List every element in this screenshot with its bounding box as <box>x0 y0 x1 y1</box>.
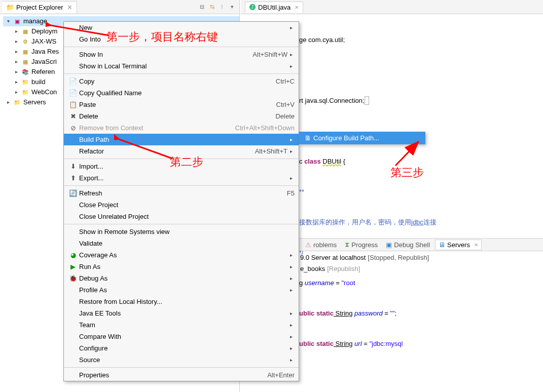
servers-icon: 🖥 <box>439 241 445 249</box>
coverage-icon: ◕ <box>67 251 79 259</box>
shell-icon: ▣ <box>386 241 392 249</box>
java-file-icon: 🅙 <box>249 4 256 11</box>
menu-jee-tools[interactable]: Java EE Tools▸ <box>64 307 299 319</box>
tab-problems[interactable]: ⚠roblems <box>302 240 340 250</box>
expand-icon[interactable]: ▾ <box>5 16 11 26</box>
servers-view: 9.0 Server at localhost [Stopped, Republ… <box>299 252 543 275</box>
context-menu: New▸ Go Into Show InAlt+Shift+W▸ Show in… <box>63 21 299 381</box>
menu-copy[interactable]: 📄CopyCtrl+C <box>64 75 299 87</box>
server-row[interactable]: 9.0 Server at localhost [Stopped, Republ… <box>300 252 543 263</box>
remove-icon: ⊘ <box>67 124 79 132</box>
menu-configure-build-path[interactable]: 🗎 Configure Build Path... <box>299 132 425 144</box>
chevron-right-icon: ▸ <box>287 310 295 316</box>
expand-icon[interactable]: ▸ <box>13 57 19 67</box>
chevron-right-icon: ▸ <box>287 287 295 293</box>
expand-icon[interactable]: ▸ <box>13 26 19 36</box>
chevron-right-icon: ▸ <box>287 322 295 328</box>
chevron-right-icon: ▸ <box>287 137 295 142</box>
js-icon: ▦ <box>21 58 29 66</box>
menu-refactor[interactable]: RefactorAlt+Shift+T▸ <box>64 145 299 157</box>
menu-import[interactable]: ⬇Import... <box>64 161 299 172</box>
close-icon[interactable]: ✕ <box>295 5 299 10</box>
link-icon[interactable]: ⇆ <box>208 3 216 11</box>
project-label: manage_ <box>23 16 51 26</box>
menu-close-project[interactable]: Close Project <box>64 199 299 211</box>
tab-servers[interactable]: 🖥Servers✕ <box>435 240 482 250</box>
menu-refresh[interactable]: 🔄RefreshF5 <box>64 187 299 199</box>
menu-new[interactable]: New▸ <box>64 22 299 33</box>
chevron-right-icon: ▸ <box>287 252 295 258</box>
expand-icon[interactable]: ▸ <box>13 47 19 57</box>
paste-icon: 📋 <box>67 101 79 108</box>
expand-icon[interactable]: ▸ <box>13 77 19 87</box>
menu-export[interactable]: ⬆Export...▸ <box>64 172 299 184</box>
menu-remove-context[interactable]: ⊘Remove from ContextCtrl+Alt+Shift+Down <box>64 122 299 134</box>
menu-delete[interactable]: ✖DeleteDelete <box>64 110 299 122</box>
expand-icon[interactable]: ▸ <box>13 67 19 77</box>
chevron-right-icon: ▸ <box>287 25 295 30</box>
tab-debug-shell[interactable]: ▣Debug Shell <box>383 240 433 250</box>
menu-team[interactable]: Team▸ <box>64 319 299 331</box>
editor-tab-bar: 🅙 DBUtil.java ✕ <box>241 0 543 14</box>
menu-source[interactable]: Source▸ <box>64 354 299 366</box>
menu-properties[interactable]: PropertiesAlt+Enter <box>64 369 299 381</box>
editor-tab-dbutil[interactable]: 🅙 DBUtil.java ✕ <box>245 2 303 13</box>
chevron-right-icon: ▸ <box>287 276 295 281</box>
menu-paste[interactable]: 📋PasteCtrl+V <box>64 99 299 110</box>
java-icon: ▦ <box>21 48 29 56</box>
menu-coverage[interactable]: ◕Coverage As▸ <box>64 249 299 261</box>
close-icon[interactable]: ✕ <box>67 4 73 11</box>
menu-close-unrelated[interactable]: Close Unrelated Project <box>64 211 299 222</box>
menu-validate[interactable]: Validate <box>64 238 299 249</box>
explorer-header: 📁 Project Explorer ✕ ⊟ ⇆ ⁝ ▾ <box>0 0 239 14</box>
menu-show-local-terminal[interactable]: Show in Local Terminal▸ <box>64 60 299 72</box>
view-menu-icon[interactable]: ▾ <box>228 3 236 11</box>
menu-go-into[interactable]: Go Into <box>64 33 299 45</box>
debug-icon: 🐞 <box>67 275 79 282</box>
filter-icon[interactable]: ⁝ <box>218 3 226 11</box>
code-editor[interactable]: ge com.cya.util; rt java.sql.Connection;… <box>299 17 543 392</box>
close-icon[interactable]: ✕ <box>474 242 478 248</box>
expand-icon[interactable]: ▸ <box>5 97 11 107</box>
chevron-right-icon: ▸ <box>287 52 295 57</box>
folder-icon: 📁 <box>13 98 21 106</box>
menu-restore-history[interactable]: Restore from Local History... <box>64 296 299 307</box>
explorer-tab[interactable]: 📁 Project Explorer ✕ <box>2 1 77 13</box>
folder-icon: 📁 <box>6 4 14 11</box>
editor-tab-label: DBUtil.java <box>258 4 291 11</box>
menu-build-path[interactable]: Build Path▸ <box>64 134 299 145</box>
chevron-right-icon: ▸ <box>287 264 295 269</box>
expand-icon[interactable]: ▸ <box>13 36 19 47</box>
menu-configure[interactable]: Configure▸ <box>64 342 299 354</box>
menu-run-as[interactable]: ▶Run As▸ <box>64 261 299 272</box>
menu-profile-as[interactable]: Profile As▸ <box>64 284 299 296</box>
chevron-right-icon: ▸ <box>287 148 295 154</box>
explorer-toolbar: ⊟ ⇆ ⁝ ▾ <box>198 3 239 11</box>
copy-icon: 📄 <box>67 89 79 97</box>
jar-icon: 🗎 <box>302 134 313 142</box>
chevron-right-icon: ▸ <box>287 63 295 69</box>
project-icon: ▣ <box>13 17 21 25</box>
refresh-icon: 🔄 <box>67 189 79 197</box>
chevron-right-icon: ▸ <box>287 334 295 339</box>
menu-compare[interactable]: Compare With▸ <box>64 331 299 342</box>
server-module-row[interactable]: e_books [Republish] <box>300 263 543 275</box>
folder-icon: 📁 <box>21 88 29 96</box>
export-icon: ⬆ <box>67 174 79 182</box>
import-icon: ⬇ <box>67 163 79 170</box>
menu-show-in[interactable]: Show InAlt+Shift+W▸ <box>64 49 299 60</box>
chevron-right-icon: ▸ <box>287 175 295 181</box>
menu-show-remote[interactable]: Show in Remote Systems view <box>64 226 299 238</box>
copy-icon: 📄 <box>67 77 79 85</box>
menu-copy-qualified[interactable]: 📄Copy Qualified Name <box>64 87 299 99</box>
tab-progress[interactable]: ⧗Progress <box>342 240 381 250</box>
chevron-right-icon: ▸ <box>287 345 295 351</box>
build-path-submenu: 🗎 Configure Build Path... <box>299 132 425 144</box>
collapse-icon[interactable]: ⊟ <box>198 3 206 11</box>
run-icon: ▶ <box>67 263 79 270</box>
deploy-icon: ▦ <box>21 27 29 35</box>
menu-debug-as[interactable]: 🐞Debug As▸ <box>64 272 299 284</box>
delete-icon: ✖ <box>67 112 79 120</box>
ref-icon: 📚 <box>21 68 29 76</box>
expand-icon[interactable]: ▸ <box>13 87 19 97</box>
